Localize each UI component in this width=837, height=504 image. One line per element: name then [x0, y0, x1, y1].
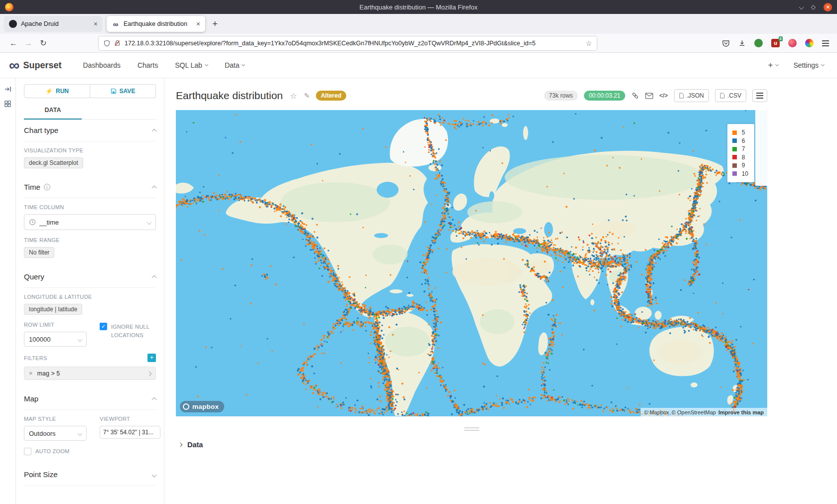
superset-brand-name: Superset: [23, 60, 61, 71]
ublock-badge: 2: [779, 36, 783, 41]
browser-toolbar: ← → ↻ 172.18.0.3:32108/superset/explore/…: [0, 34, 837, 53]
extension-icon[interactable]: [805, 39, 814, 47]
insecure-lock-icon[interactable]: [114, 40, 121, 46]
auto-zoom-checkbox[interactable]: [24, 448, 31, 455]
section-query[interactable]: Query: [24, 266, 156, 288]
ignore-null-checkbox[interactable]: ✓: [100, 323, 107, 330]
lonlat-value[interactable]: longitude | latitude: [24, 304, 82, 315]
tab-apache-druid[interactable]: Apache Druid ×: [4, 16, 103, 32]
downloads-icon[interactable]: [738, 39, 746, 47]
chevron-down-icon: [242, 63, 245, 66]
bookmark-star-icon[interactable]: ☆: [585, 39, 592, 47]
legend-item[interactable]: 9: [732, 161, 748, 170]
chevron-down-icon: [775, 63, 779, 66]
section-time[interactable]: Timei: [24, 176, 156, 198]
add-filter-button[interactable]: +: [147, 354, 156, 362]
section-chart-type[interactable]: Chart type: [24, 120, 156, 141]
tab-earthquake-distribution[interactable]: ∞ Earthquake distribution ×: [107, 16, 205, 32]
tab-data[interactable]: DATA: [24, 102, 82, 120]
edit-title-icon[interactable]: ✎: [304, 92, 310, 100]
save-button[interactable]: SAVE: [90, 84, 156, 98]
chevron-down-icon: [821, 63, 825, 66]
chevron-down-icon: [205, 63, 208, 66]
window-titlebar: Earthquake distribution — Mozilla Firefo…: [0, 0, 837, 14]
window-title: Earthquake distribution — Mozilla Firefo…: [360, 3, 478, 11]
osm-attribution-link[interactable]: © OpenStreetMap: [672, 409, 716, 415]
legend-swatch: [732, 130, 737, 135]
email-icon[interactable]: [645, 93, 653, 99]
legend-item[interactable]: 10: [732, 170, 748, 178]
deckgl-scatterplot-map[interactable]: 5678910 mapbox © Mapbox © OpenStreetMap …: [176, 110, 767, 416]
pocket-icon[interactable]: [722, 39, 730, 47]
superset-favicon: ∞: [112, 20, 120, 28]
improve-map-link[interactable]: Improve this map: [718, 409, 764, 415]
tab-close-icon[interactable]: ×: [94, 20, 98, 28]
extension-icon[interactable]: [788, 39, 797, 47]
tab-label: Apache Druid: [21, 20, 90, 27]
chart-options-menu[interactable]: [752, 89, 767, 102]
row-limit-select[interactable]: 100000: [24, 332, 87, 347]
chevron-down-icon: [78, 337, 83, 342]
file-icon: [679, 93, 684, 99]
settings-menu[interactable]: Settings: [793, 61, 824, 69]
filter-chip[interactable]: × mag > 5: [24, 367, 156, 380]
legend-label: 6: [742, 137, 745, 144]
embed-code-icon[interactable]: </>: [659, 92, 668, 99]
dataset-grid-icon[interactable]: [4, 100, 11, 108]
minimize-icon[interactable]: [799, 4, 804, 9]
url-bar[interactable]: 172.18.0.3:32108/superset/explore/?form_…: [99, 36, 597, 50]
export-json-button[interactable]: .JSON: [674, 89, 709, 102]
remove-filter-icon[interactable]: ×: [29, 370, 33, 377]
viz-type-value[interactable]: deck.gl Scatterplot: [24, 157, 83, 168]
section-map[interactable]: Map: [24, 388, 156, 410]
maximize-icon[interactable]: ◇: [811, 4, 816, 10]
clock-icon: [29, 219, 36, 226]
druid-favicon: [9, 20, 17, 28]
menu-icon[interactable]: [822, 40, 829, 46]
legend-item[interactable]: 6: [732, 137, 748, 145]
shield-icon[interactable]: [104, 40, 110, 47]
legend-scrollbar[interactable]: [755, 110, 767, 186]
menu-icon: [756, 93, 763, 99]
legend-label: 5: [742, 129, 745, 136]
legend-item[interactable]: 7: [732, 145, 748, 153]
legend-item[interactable]: 8: [732, 153, 748, 162]
time-column-select[interactable]: __time: [24, 214, 156, 230]
lonlat-label: LONGITUDE & LATITUDE: [24, 294, 156, 300]
legend-swatch: [732, 155, 737, 159]
legend-item[interactable]: 5: [732, 128, 748, 137]
map-style-select[interactable]: Outdoors: [24, 426, 87, 441]
nav-charts[interactable]: Charts: [129, 61, 166, 69]
nav-dashboards[interactable]: Dashboards: [74, 61, 129, 69]
section-point-size[interactable]: Point Size: [24, 464, 156, 486]
forward-icon[interactable]: →: [21, 39, 36, 48]
close-button[interactable]: ✕: [824, 3, 832, 11]
favorite-star-icon[interactable]: ☆: [290, 91, 297, 101]
export-csv-button[interactable]: .CSV: [715, 89, 746, 102]
superset-logo[interactable]: ∞ Superset: [9, 59, 61, 71]
mapbox-attribution-link[interactable]: © Mapbox: [644, 409, 669, 415]
new-tab-button[interactable]: +: [209, 18, 221, 29]
tab-close-icon[interactable]: ×: [196, 20, 200, 28]
add-new-menu[interactable]: +: [768, 60, 778, 70]
nav-sql-lab[interactable]: SQL Lab: [166, 61, 216, 69]
share-link-icon[interactable]: [631, 92, 639, 100]
datasource-ministrip: [0, 78, 16, 504]
url-text[interactable]: 172.18.0.3:32108/superset/explore/?form_…: [125, 40, 581, 47]
browser-tabbar: Apache Druid × ∞ Earthquake distribution…: [0, 14, 837, 34]
chevron-up-icon: [152, 272, 156, 281]
nav-data[interactable]: Data: [216, 61, 254, 69]
chevron-down-icon: [147, 220, 152, 225]
run-button[interactable]: ⚡ RUN: [24, 84, 90, 98]
legend-swatch: [732, 171, 737, 176]
back-icon[interactable]: ←: [6, 39, 21, 48]
resize-handle[interactable]: [176, 427, 767, 431]
ublock-extension-icon[interactable]: u2: [771, 39, 780, 47]
expand-panel-icon[interactable]: [4, 85, 12, 93]
reload-icon[interactable]: ↻: [36, 38, 51, 48]
extension-icon[interactable]: [754, 39, 763, 47]
viewport-value[interactable]: 7° 35' 54.02" | 31...: [100, 426, 160, 439]
mapbox-logo[interactable]: mapbox: [180, 401, 224, 412]
time-range-value[interactable]: No filter: [24, 247, 54, 258]
data-section-toggle[interactable]: Data: [176, 441, 837, 449]
